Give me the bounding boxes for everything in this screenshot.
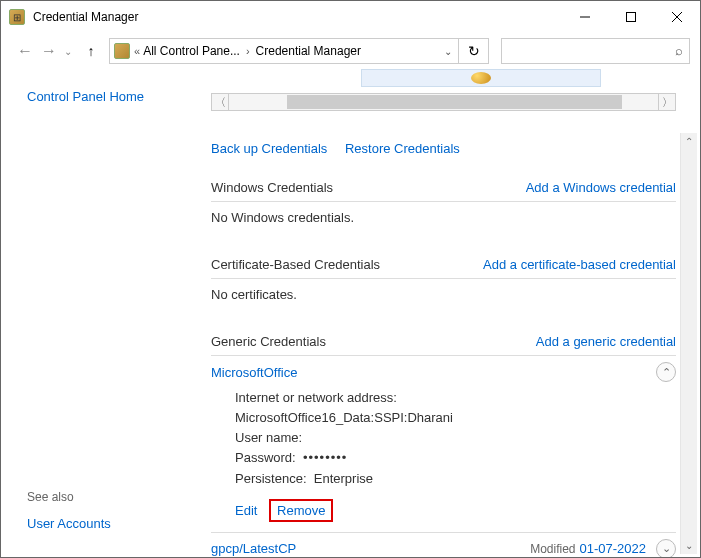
breadcrumb-item[interactable]: Credential Manager	[256, 44, 361, 58]
modified-label: Modified	[530, 542, 579, 556]
windows-credentials-header: Windows Credentials Add a Windows creden…	[211, 176, 676, 202]
cert-credentials-header: Certificate-Based Credentials Add a cert…	[211, 253, 676, 279]
horizontal-scrollbar[interactable]: 〈 〉	[211, 93, 676, 111]
credential-tile-image	[361, 69, 601, 87]
add-generic-credential-link[interactable]: Add a generic credential	[536, 334, 676, 349]
control-panel-icon	[114, 43, 130, 59]
add-windows-credential-link[interactable]: Add a Windows credential	[526, 180, 676, 195]
modified-value: 01-07-2022	[580, 541, 657, 556]
up-button[interactable]: ↑	[79, 39, 103, 63]
detail-label: Internet or network address:	[235, 390, 397, 405]
scroll-up-button[interactable]: ⌃	[681, 133, 697, 150]
expand-icon[interactable]: ⌄	[656, 539, 676, 558]
credential-item-expanded: MicrosoftOffice ⌃ Internet or network ad…	[211, 356, 676, 533]
top-actions: Back up Credentials Restore Credentials	[211, 141, 676, 156]
search-icon: ⌕	[675, 43, 683, 58]
detail-value: MicrosoftOffice16_Data:SSPI:Dharani	[235, 410, 453, 425]
address-bar[interactable]: « All Control Pane... › Credential Manag…	[109, 38, 459, 64]
svg-rect-1	[627, 13, 636, 22]
add-cert-credential-link[interactable]: Add a certificate-based credential	[483, 257, 676, 272]
collapse-icon[interactable]: ⌃	[656, 362, 676, 382]
backup-credentials-link[interactable]: Back up Credentials	[211, 141, 327, 156]
scroll-left-button[interactable]: 〈	[211, 93, 229, 111]
remove-link[interactable]: Remove	[277, 503, 325, 518]
section-title: Certificate-Based Credentials	[211, 257, 380, 272]
scroll-track[interactable]	[229, 93, 658, 111]
nav-bar: ← → ⌄ ↑ « All Control Pane... › Credenti…	[1, 33, 700, 69]
title-bar: Credential Manager	[1, 1, 700, 33]
breadcrumb-item[interactable]: All Control Pane...	[143, 44, 240, 58]
detail-value: ••••••••	[303, 450, 347, 465]
breadcrumb-sep: «	[134, 45, 143, 57]
refresh-button[interactable]: ↻	[459, 38, 489, 64]
left-panel: Control Panel Home See also User Account…	[1, 69, 211, 557]
detail-value: Enterprise	[314, 471, 373, 486]
detail-label: User name:	[235, 430, 302, 445]
address-dropdown-icon[interactable]: ⌄	[438, 46, 458, 57]
app-icon	[9, 9, 25, 25]
scroll-thumb[interactable]	[287, 95, 622, 109]
credential-details: Internet or network address: MicrosoftOf…	[211, 382, 676, 495]
control-panel-home-link[interactable]: Control Panel Home	[27, 89, 211, 104]
credential-name[interactable]: MicrosoftOffice	[211, 365, 297, 380]
search-input[interactable]: ⌕	[501, 38, 690, 64]
recent-dropdown[interactable]: ⌄	[61, 39, 75, 63]
maximize-button[interactable]	[608, 2, 654, 32]
scroll-right-button[interactable]: 〉	[658, 93, 676, 111]
restore-credentials-link[interactable]: Restore Credentials	[345, 141, 460, 156]
scroll-down-button[interactable]: ⌄	[681, 537, 697, 554]
see-also-label: See also	[27, 490, 211, 504]
credential-item: gpcp/LatestCP Modified 01-07-2022 ⌄	[211, 533, 676, 558]
detail-label: Persistence:	[235, 471, 307, 486]
cert-credentials-empty: No certificates.	[211, 279, 676, 306]
edit-link[interactable]: Edit	[235, 503, 257, 518]
main-panel: 〈 〉 Back up Credentials Restore Credenti…	[211, 69, 700, 557]
window-title: Credential Manager	[33, 10, 562, 24]
close-button[interactable]	[654, 2, 700, 32]
breadcrumb-chevron-icon: ›	[246, 45, 250, 57]
section-title: Generic Credentials	[211, 334, 326, 349]
credential-name[interactable]: gpcp/LatestCP	[211, 541, 296, 556]
generic-credentials-header: Generic Credentials Add a generic creden…	[211, 330, 676, 356]
back-button[interactable]: ←	[13, 39, 37, 63]
detail-label: Password:	[235, 450, 296, 465]
vertical-scrollbar[interactable]: ⌃ ⌄	[680, 133, 697, 554]
windows-credentials-empty: No Windows credentials.	[211, 202, 676, 229]
section-title: Windows Credentials	[211, 180, 333, 195]
user-accounts-link[interactable]: User Accounts	[27, 516, 211, 531]
minimize-button[interactable]	[562, 2, 608, 32]
forward-button[interactable]: →	[37, 39, 61, 63]
